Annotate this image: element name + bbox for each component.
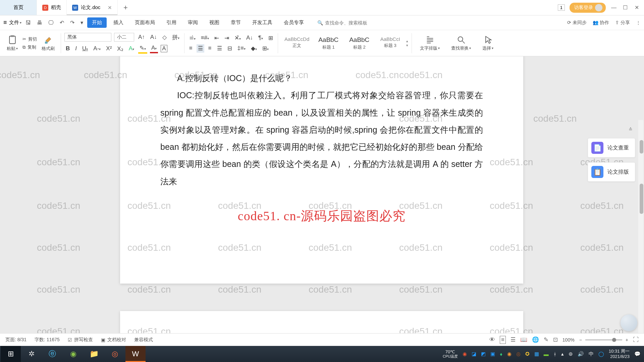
expand-icon[interactable]: ⛶ xyxy=(633,337,639,343)
italic-button[interactable]: I xyxy=(74,45,78,53)
distribute-button[interactable]: ⊟ xyxy=(226,44,233,53)
menu-member[interactable]: 会员专享 xyxy=(279,17,309,28)
tabs-button[interactable]: ⊞ xyxy=(267,34,274,42)
paste-button[interactable]: 粘贴▾ xyxy=(4,35,20,52)
more-icon[interactable]: ⋮ xyxy=(636,20,641,25)
volume-icon[interactable]: 🔊 xyxy=(578,351,584,357)
bullets-button[interactable]: ≡̇▾ xyxy=(188,34,197,42)
coop-button[interactable]: 👥 协作 xyxy=(593,20,609,26)
hamburger-icon[interactable]: ≡ xyxy=(3,19,7,26)
show-marks-button[interactable]: ¶▾ xyxy=(257,34,264,42)
menu-chapter[interactable]: 章节 xyxy=(226,17,246,28)
style-h1[interactable]: AaBbC标题 1 xyxy=(314,35,343,51)
close-icon[interactable]: ✕ xyxy=(108,5,112,11)
command-search[interactable]: 🔍 xyxy=(317,19,392,27)
numbering-button[interactable]: ≡#▾ xyxy=(200,34,210,42)
tab-daoke[interactable]: D 稻壳 xyxy=(37,0,67,15)
taskbar-wps[interactable]: W xyxy=(125,346,146,362)
close-button[interactable]: ✕ xyxy=(633,4,640,11)
notification-badge[interactable]: 1 xyxy=(558,4,565,11)
line-spacing-button[interactable]: ‡≡▾ xyxy=(236,44,247,52)
subscript-button[interactable]: X₂ xyxy=(116,45,124,53)
zoom-out-button[interactable]: − xyxy=(579,337,582,343)
text-effects-button[interactable]: A▾ xyxy=(127,45,136,53)
tray-icon[interactable]: ✪ xyxy=(525,351,530,357)
clock[interactable]: 10:31 周一 2021/8/23 xyxy=(609,349,630,359)
taskbar-app[interactable]: ✲ xyxy=(21,346,42,362)
taskbar-ie[interactable]: ⓔ xyxy=(42,346,62,362)
page-indicator[interactable]: 页面: 8/31 xyxy=(5,337,26,343)
strikethrough-button[interactable]: A-▾ xyxy=(92,45,102,53)
document-workspace[interactable]: A.控制反转（IOC）是什么呢？ IOC:控制反转也叫依赖注入。利用了工厂模式将… xyxy=(0,56,644,333)
scroll-thumb[interactable] xyxy=(640,184,643,214)
share-button[interactable]: ⇪ 分享 xyxy=(615,20,630,26)
tray-icon[interactable]: ◩ xyxy=(481,351,486,357)
menu-start[interactable]: 开始 xyxy=(87,17,107,28)
phonetic-button[interactable]: 拼▾ xyxy=(171,33,181,42)
align-right-button[interactable]: ≡ xyxy=(207,44,213,52)
increase-font-button[interactable]: A↑ xyxy=(137,33,146,41)
save-icon[interactable]: 🖫 xyxy=(23,20,33,26)
sort-button[interactable]: A↓ xyxy=(245,34,254,42)
tray-icon[interactable]: ♦ xyxy=(500,351,502,357)
align-left-button[interactable]: ≡ xyxy=(188,44,194,52)
taskbar-explorer[interactable]: 📁 xyxy=(84,346,104,362)
bold-button[interactable]: B xyxy=(64,45,71,53)
style-h3[interactable]: AaBbCcI标题 3 xyxy=(375,35,405,51)
paper-layout-button[interactable]: 📋 论文排版 xyxy=(588,162,635,182)
style-more-button[interactable]: ▴▾ xyxy=(406,35,408,51)
font-size-select[interactable]: 小二 xyxy=(114,33,134,42)
assistant-bubble[interactable] xyxy=(621,314,637,331)
redo-icon[interactable]: ↷ xyxy=(68,19,76,26)
tray-up-icon[interactable]: ▴ xyxy=(561,351,564,357)
ime-indicator[interactable]: 中 xyxy=(589,351,594,357)
search-input[interactable] xyxy=(325,19,392,27)
tray-icon[interactable]: ◉ xyxy=(463,351,467,357)
find-replace-button[interactable]: 查找替换▾ xyxy=(446,35,476,51)
spell-check-toggle[interactable]: ☑ 拼写检查 xyxy=(68,337,93,343)
collapse-panel-button[interactable]: ≙ xyxy=(626,125,635,133)
copy-button[interactable]: ⧉ 复制 xyxy=(22,44,37,50)
style-h2[interactable]: AaBbC标题 2 xyxy=(344,35,374,51)
eye-icon[interactable]: 👁 xyxy=(489,337,495,343)
tray-icon[interactable]: ◎ xyxy=(516,351,521,357)
tab-home[interactable]: 首页 xyxy=(0,0,37,15)
page-view-icon[interactable]: ≡ xyxy=(500,336,506,344)
style-body[interactable]: AaBbCcDd正文 xyxy=(281,35,312,51)
menu-reference[interactable]: 引用 xyxy=(162,17,181,28)
select-button[interactable]: 选择▾ xyxy=(478,35,498,51)
format-painter-button[interactable]: 格式刷 xyxy=(39,35,57,52)
proof-toggle[interactable]: ▣ 文档校对 xyxy=(101,337,126,343)
sync-status[interactable]: ⟳ 未同步 xyxy=(567,20,587,26)
paper-check-button[interactable]: 📄 论文查重 xyxy=(588,138,635,158)
outline-view-icon[interactable]: ☰ xyxy=(511,336,516,343)
read-view-icon[interactable]: 📖 xyxy=(520,336,527,343)
cpu-temp[interactable]: 70℃CPU温度 xyxy=(443,350,458,358)
taskbar-browser[interactable]: ◉ xyxy=(63,346,83,362)
borders-button[interactable]: ⊞▾ xyxy=(261,44,270,53)
tray-icon[interactable]: ▣ xyxy=(490,351,495,357)
word-count[interactable]: 字数: 11675 xyxy=(35,337,60,343)
font-family-select[interactable]: 黑体 xyxy=(64,33,111,42)
menu-review[interactable]: 审阅 xyxy=(183,17,203,28)
fit-width-icon[interactable]: ⊡ xyxy=(553,336,558,343)
tab-document[interactable]: W 论文.doc ✕ xyxy=(67,0,118,15)
tray-icon[interactable]: ◉ xyxy=(507,351,512,357)
action-center-icon[interactable]: 💬 xyxy=(634,351,641,357)
taskbar-app2[interactable]: ◎ xyxy=(105,346,125,362)
cut-button[interactable]: ✂ 剪切 xyxy=(22,36,37,42)
zoom-level[interactable]: 100% xyxy=(562,337,575,343)
clear-format-button[interactable]: ◇ xyxy=(161,33,168,42)
scroll-thumb[interactable] xyxy=(640,140,643,154)
wifi-icon[interactable]: ⊚ xyxy=(569,351,573,357)
align-justify-button[interactable]: ☰ xyxy=(216,44,223,53)
web-view-icon[interactable]: 🌐 xyxy=(532,336,539,343)
tray-icon[interactable]: ▬ xyxy=(544,351,549,357)
print-icon[interactable]: 🖶 xyxy=(35,20,44,26)
minimize-button[interactable]: — xyxy=(610,5,617,11)
menu-insert[interactable]: 插入 xyxy=(109,17,128,28)
tray-icon[interactable]: ◪ xyxy=(472,351,476,357)
tray-icon[interactable]: ▦ xyxy=(534,351,539,357)
increase-indent-button[interactable]: ⇥ xyxy=(223,34,230,42)
edit-icon[interactable]: ✎ xyxy=(544,336,548,343)
